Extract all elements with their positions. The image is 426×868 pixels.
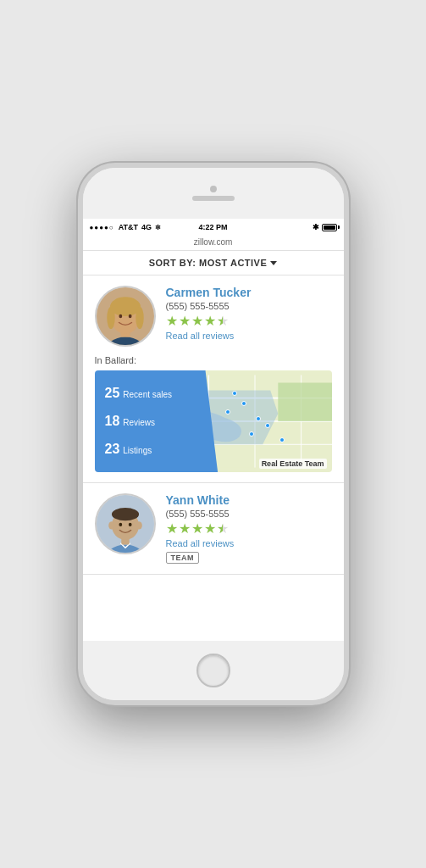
star-y1: ★: [166, 522, 178, 536]
svg-point-25: [128, 523, 131, 526]
agent-card-carmen: Carmen Tucker (555) 555-5555 ★ ★ ★ ★ ★ ★: [83, 275, 344, 483]
map-dot-3: [225, 409, 230, 415]
svg-point-22: [108, 521, 115, 529]
phone-top-bezel: [83, 168, 344, 219]
stars-yann: ★ ★ ★ ★ ★ ★: [166, 522, 332, 536]
battery-fill: [324, 225, 335, 230]
stat-number-listings: 23: [105, 442, 120, 457]
url-bar[interactable]: zillow.com: [83, 236, 344, 251]
svg-point-4: [110, 297, 141, 316]
read-reviews-yann[interactable]: Read all reviews: [166, 538, 332, 548]
agent-card-yann: Yann White (555) 555-5555 ★ ★ ★ ★ ★ ★: [83, 483, 344, 575]
stat-row-sales: 25 Recent sales: [105, 386, 208, 401]
svg-rect-16: [278, 383, 332, 422]
star-2: ★: [179, 314, 191, 328]
stat-row-reviews: 18 Reviews: [105, 414, 208, 429]
speaker-icon: [192, 196, 235, 201]
phone-bottom-bezel: [83, 641, 344, 700]
avatar-carmen[interactable]: [95, 286, 156, 347]
svg-point-7: [119, 314, 122, 319]
star-yhalf-fill: ★: [217, 522, 224, 536]
agent-info-carmen: Carmen Tucker (555) 555-5555 ★ ★ ★ ★ ★ ★: [166, 286, 332, 341]
svg-point-23: [136, 521, 142, 529]
phone-frame: ●●●●○ AT&T 4G ✲ 4:22 PM ✱ zillow.com SOR…: [78, 163, 349, 705]
network-label: 4G: [141, 223, 152, 231]
team-badge-yann: TEAM: [166, 552, 200, 564]
star-y4: ★: [204, 522, 216, 536]
star-3: ★: [191, 314, 203, 328]
star-1: ★: [166, 314, 178, 328]
location-label-carmen: In Ballard:: [95, 355, 332, 365]
star-half-fill: ★: [217, 314, 224, 328]
stat-label-sales: Recent sales: [123, 390, 172, 399]
camera-icon: [210, 186, 217, 192]
star-4: ★: [204, 314, 216, 328]
avatar-yann[interactable]: [95, 493, 156, 554]
location-section-carmen: In Ballard:: [95, 355, 332, 472]
agent-header-carmen: Carmen Tucker (555) 555-5555 ★ ★ ★ ★ ★ ★: [95, 286, 332, 347]
agent-info-yann: Yann White (555) 555-5555 ★ ★ ★ ★ ★ ★: [166, 493, 332, 564]
svg-point-24: [119, 523, 122, 526]
agent-phone-yann[interactable]: (555) 555-5555: [166, 509, 332, 519]
stars-carmen: ★ ★ ★ ★ ★ ★: [166, 314, 332, 328]
svg-point-8: [128, 314, 131, 319]
read-reviews-carmen[interactable]: Read all reviews: [166, 331, 332, 341]
time-display: 4:22 PM: [198, 223, 227, 231]
agent-phone-carmen[interactable]: (555) 555-5555: [166, 301, 332, 311]
sort-bar[interactable]: SORT BY: MOST ACTIVE: [83, 251, 344, 275]
real-estate-badge: Real Estate Team: [259, 459, 327, 469]
stat-number-reviews: 18: [105, 414, 120, 429]
brightness-icon: ✲: [155, 224, 161, 231]
agent-header-yann: Yann White (555) 555-5555 ★ ★ ★ ★ ★ ★: [95, 493, 332, 564]
agent-name-yann[interactable]: Yann White: [166, 493, 332, 507]
stat-label-reviews: Reviews: [123, 418, 155, 427]
status-bar: ●●●●○ AT&T 4G ✲ 4:22 PM ✱: [83, 219, 344, 236]
battery-icon: [322, 224, 337, 231]
map-dot-6: [249, 431, 254, 437]
map-container-carmen[interactable]: 25 Recent sales 18 Reviews 23 Listings: [95, 370, 332, 472]
status-right: ✱: [313, 223, 337, 231]
carrier-label: AT&T: [119, 223, 138, 231]
content-scroll[interactable]: Carmen Tucker (555) 555-5555 ★ ★ ★ ★ ★ ★: [83, 275, 344, 641]
signal-dots: ●●●●○: [90, 224, 114, 231]
stat-label-listings: Listings: [123, 446, 152, 455]
phone-screen: ●●●●○ AT&T 4G ✲ 4:22 PM ✱ zillow.com SOR…: [83, 219, 344, 641]
status-left: ●●●●○ AT&T 4G ✲: [90, 223, 162, 231]
map-dot-4: [256, 416, 261, 421]
sort-label: SORT BY: MOST ACTIVE: [149, 258, 268, 268]
url-text: zillow.com: [194, 237, 233, 247]
sort-arrow-icon: [270, 261, 277, 265]
bluetooth-icon: ✱: [313, 223, 319, 231]
stat-row-listings: 23 Listings: [105, 442, 208, 457]
star-y2: ★: [179, 522, 191, 536]
svg-point-21: [111, 508, 138, 520]
agent-name-carmen[interactable]: Carmen Tucker: [166, 286, 332, 299]
stat-number-sales: 25: [105, 386, 120, 401]
map-dot-1: [232, 391, 237, 396]
stats-overlay: 25 Recent sales 18 Reviews 23 Listings: [95, 370, 219, 472]
star-y3: ★: [191, 522, 203, 536]
home-button[interactable]: [196, 654, 230, 687]
svg-point-5: [107, 307, 114, 329]
svg-point-6: [136, 307, 143, 329]
